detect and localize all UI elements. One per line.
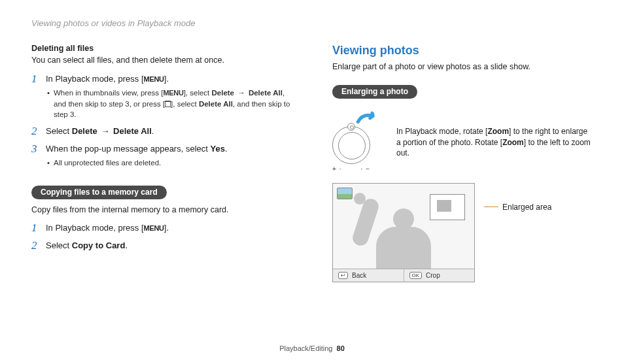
- copy-step-2: 2 Select Copy to Card.: [31, 240, 293, 252]
- page-number: 80: [337, 344, 345, 352]
- callout-label: Enlarged area: [502, 203, 551, 212]
- enlarged-area-callout: Enlarged area: [484, 203, 551, 212]
- text: .: [225, 144, 228, 154]
- dial-minus: · −: [361, 165, 370, 173]
- back-button[interactable]: ↩ Back: [333, 269, 404, 282]
- step-subnote: When in thumbnails view, press [MENU], s…: [47, 88, 293, 120]
- text: Delete All: [249, 89, 283, 97]
- playback-screen: ↩ Back OK Crop: [332, 183, 475, 283]
- deleting-intro: You can select all files, and then delet…: [31, 55, 293, 67]
- enlarging-pill: Enlarging a photo: [332, 85, 417, 99]
- zoom-dial: + · · −: [332, 113, 385, 173]
- trash-icon: [165, 101, 171, 107]
- right-column: Viewing photos Enlarge part of a photo o…: [332, 44, 593, 282]
- text: Delete: [72, 126, 97, 136]
- step-body: Select Delete → Delete All.: [46, 125, 293, 138]
- back-label: Back: [352, 272, 366, 279]
- text: →: [97, 126, 113, 136]
- copy-intro: Copy files from the internal memory to a…: [31, 205, 293, 216]
- thumbnail-icon: [337, 188, 353, 199]
- page-footer: Playback/Editing 80: [0, 344, 624, 352]
- photo-silhouette: [376, 208, 431, 269]
- text: ].: [164, 74, 169, 84]
- copy-step-1: 1 In Playback mode, press [MENU].: [31, 222, 293, 235]
- dial-plus: + ·: [332, 165, 341, 173]
- delete-step-1: 1 In Playback mode, press [MENU]. When i…: [31, 73, 293, 120]
- text: When in thumbnails view, press [: [54, 89, 163, 97]
- text: Copy to Card: [72, 240, 126, 250]
- text: Delete: [212, 89, 235, 97]
- viewing-intro: Enlarge part of a photo or view photos a…: [332, 61, 593, 73]
- crop-label: Crop: [426, 272, 440, 279]
- menu-label: MENU: [144, 75, 164, 83]
- footer-section: Playback/Editing: [279, 344, 332, 352]
- text: In Playback mode, press [: [46, 74, 144, 84]
- text: →: [234, 89, 249, 97]
- left-column: Deleting all files You can select all fi…: [31, 44, 293, 282]
- crop-button[interactable]: OK Crop: [404, 269, 475, 282]
- step-number: 3: [31, 143, 41, 169]
- text: ].: [164, 223, 169, 233]
- text: Delete All: [113, 126, 152, 136]
- text: When the pop-up message appears, select: [46, 144, 210, 154]
- zoom-instruction: In Playback mode, rotate [Zoom] to the r…: [396, 126, 593, 159]
- text: Yes: [210, 144, 224, 154]
- text: Select: [46, 240, 72, 250]
- step-number: 1: [31, 73, 41, 120]
- step-number: 1: [31, 222, 41, 235]
- text: .: [125, 240, 128, 250]
- step-number: 2: [31, 240, 41, 252]
- step-number: 2: [31, 125, 41, 138]
- ok-icon: OK: [409, 272, 423, 280]
- step-body: In Playback mode, press [MENU]. When in …: [46, 73, 293, 120]
- menu-label: MENU: [144, 224, 164, 232]
- text: In Playback mode, press [: [46, 223, 144, 233]
- menu-label: MENU: [163, 89, 183, 97]
- text: Delete All: [199, 100, 233, 108]
- delete-step-3: 3 When the pop-up message appears, selec…: [31, 143, 293, 169]
- text: ], select: [184, 89, 212, 97]
- step-subnote: All unprotected files are deleted.: [47, 157, 293, 169]
- back-icon: ↩: [338, 272, 348, 280]
- copying-pill: Copying files to a memory card: [31, 186, 167, 199]
- callout-line: [484, 207, 498, 207]
- viewing-photos-heading: Viewing photos: [332, 44, 593, 58]
- text: .: [152, 126, 154, 136]
- step-body: In Playback mode, press [MENU].: [46, 222, 293, 235]
- text: Select: [46, 126, 72, 136]
- step-body: Select Copy to Card.: [46, 240, 293, 252]
- deleting-all-files-heading: Deleting all files: [31, 44, 293, 53]
- delete-step-2: 2 Select Delete → Delete All.: [31, 125, 293, 138]
- enlarged-area-frame: [430, 194, 465, 220]
- step-body: When the pop-up message appears, select …: [46, 143, 293, 169]
- text: ], select: [171, 100, 199, 108]
- page-header: Viewing photos or videos in Playback mod…: [31, 18, 593, 28]
